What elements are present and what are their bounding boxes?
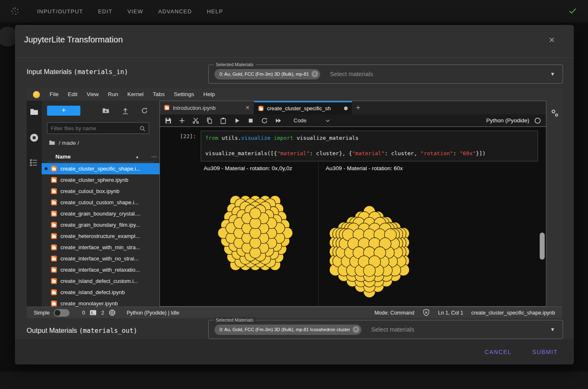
settings-gears-button[interactable] [550, 108, 560, 118]
file-name: create_grain_boundary_crystal.... [60, 211, 141, 217]
notebook-content: [22]: from utils.visualize import visual… [160, 127, 546, 306]
file-row[interactable]: create_cluster_sphere.ipynb [42, 174, 159, 186]
sidebar-tab-toc[interactable] [30, 158, 39, 167]
app-menu-edit[interactable]: EDIT [92, 5, 117, 18]
output-materials-select[interactable]: Selected Materials 0: Au, Gold, FCC (Fm-… [208, 320, 563, 339]
tab-create-cluster[interactable]: create_cluster_specific_sh [254, 101, 352, 114]
restart-kernel-button[interactable] [261, 117, 268, 124]
file-list-header[interactable]: Name ▲ ⋯ [47, 151, 154, 162]
notebook-icon [51, 300, 57, 307]
menu-item-run[interactable]: Run [103, 88, 123, 101]
file-row[interactable]: create_heterostructure_exampl... [42, 230, 159, 242]
code-token: visualize_materials [293, 135, 359, 141]
cluster-visualization-60x [319, 173, 538, 302]
approve-check-icon[interactable] [568, 6, 577, 15]
insert-cell-button[interactable] [179, 117, 185, 124]
shield-icon[interactable] [422, 309, 430, 317]
sidebar-tab-running[interactable] [30, 133, 39, 142]
simple-mode-control: Simple [34, 309, 70, 317]
stop-button[interactable] [247, 117, 254, 124]
kernel-chip-icon [109, 309, 116, 316]
file-name: create_cluster_specific_shape.i... [60, 166, 140, 172]
new-launcher-button[interactable]: + [47, 106, 80, 116]
toggle-knob [55, 310, 60, 316]
cursor-position[interactable]: Ln 1, Col 1 [438, 310, 463, 316]
code-token: visualize_materials([{ [205, 150, 277, 156]
file-row[interactable]: create_grain_boundary_film.ipy... [42, 219, 159, 230]
notebook-icon [51, 177, 57, 183]
app-menu-help[interactable]: HELP [202, 5, 229, 18]
menu-item-settings[interactable]: Settings [169, 88, 199, 101]
submit-button[interactable]: SUBMIT [529, 345, 561, 359]
app-menu-view[interactable]: VIEW [122, 5, 149, 18]
menu-item-kernel[interactable]: Kernel [123, 88, 148, 101]
file-row[interactable]: create_monolayer.ipynb [42, 298, 159, 307]
notebook-icon [258, 106, 264, 111]
notebook-toolbar: Code Python (Pyodide) [160, 114, 546, 127]
chip-remove-icon[interactable]: × [311, 71, 318, 77]
code-cell[interactable]: from utils.visualize import visualize_ma… [201, 131, 538, 161]
file-row[interactable]: create_cutout_box.ipynb [42, 186, 159, 197]
menu-item-file[interactable]: File [45, 88, 63, 101]
notebook-icon [51, 233, 57, 239]
dialog-close-button[interactable]: × [546, 34, 558, 47]
breadcrumb[interactable]: / made / [49, 138, 79, 147]
chip-remove-icon[interactable]: × [353, 326, 359, 333]
menu-item-view[interactable]: View [82, 88, 103, 101]
file-row[interactable]: create_interface_with_relaxatio... [42, 264, 159, 275]
jupyter-menus: FileEditViewRunKernelTabsSettingsHelp [45, 88, 219, 101]
name-header-label: Name [55, 154, 71, 160]
app-menu-input-output[interactable]: INPUT/OUTPUT [32, 5, 88, 18]
sidebar-tab-strip [27, 101, 42, 307]
kernel-selector[interactable]: Python (Pyodide) [486, 117, 541, 124]
file-row[interactable]: create_island_defect_custom.i... [42, 275, 159, 287]
save-button[interactable] [165, 117, 172, 124]
sessions-indicator[interactable]: 0 $_ 2 [82, 309, 116, 316]
scrollbar-thumb[interactable] [540, 233, 545, 260]
atom [250, 208, 261, 219]
menu-item-help[interactable]: Help [199, 88, 219, 101]
filter-files-input[interactable] [47, 123, 135, 134]
material-chip[interactable]: 0: Au, Gold, FCC (Fm-3m) 3D (Bulk), mp-8… [214, 325, 361, 335]
simple-mode-label: Simple [34, 310, 50, 316]
paste-button[interactable] [220, 117, 227, 124]
output-title: Au309 - Material - rotation: 0x,0y,0z [204, 165, 292, 171]
cut-button[interactable] [192, 117, 199, 124]
copy-button[interactable] [206, 117, 213, 124]
material-chip[interactable]: 0: Au, Gold, FCC (Fm-3m) 3D (Bulk), mp-8… [214, 69, 320, 79]
dropdown-arrow-icon: ▼ [550, 71, 555, 77]
file-row[interactable]: create_interface_with_min_stra... [42, 242, 159, 253]
simple-mode-toggle[interactable] [54, 309, 70, 317]
file-row[interactable]: create_cluster_specific_shape.i... [42, 163, 159, 174]
refresh-button[interactable] [141, 107, 148, 114]
input-materials-select[interactable]: Selected Materials 0: Au, Gold, FCC (Fm-… [208, 64, 563, 84]
new-folder-button[interactable] [102, 107, 110, 114]
header-menu-icon[interactable]: ⋯ [151, 154, 157, 160]
run-all-button[interactable] [275, 117, 282, 124]
menu-item-edit[interactable]: Edit [63, 88, 82, 101]
file-name: create_island_defect.ipynb [60, 289, 125, 295]
tab-close-icon[interactable]: × [246, 104, 249, 111]
notebook-icon [51, 289, 57, 295]
app-menu-bar: INPUT/OUTPUTEDITVIEWADVANCEDHELP [32, 5, 229, 18]
tab-introduction[interactable]: Introduction.ipynb × [160, 101, 254, 114]
app-menu-advanced[interactable]: ADVANCED [153, 5, 197, 18]
run-button[interactable] [234, 117, 240, 124]
cell-type-dropdown[interactable]: Code [294, 117, 331, 124]
breadcrumb-path: / made / [59, 140, 79, 146]
kernel-state[interactable]: Python (Pyodide) | Idle [127, 310, 179, 316]
file-name: create_cluster_sphere.ipynb [60, 177, 128, 183]
filter-input-wrapper [47, 122, 149, 134]
file-row[interactable]: create_grain_boundary_crystal.... [42, 208, 159, 219]
sidebar-tab-files[interactable] [30, 107, 39, 116]
file-row[interactable]: create_cutout_custom_shape.i... [42, 197, 159, 208]
menu-item-tabs[interactable]: Tabs [148, 88, 169, 101]
kernels-count: 2 [101, 310, 104, 316]
upload-button[interactable] [122, 107, 129, 114]
file-row[interactable]: create_interface_with_no_strai... [42, 253, 159, 264]
new-tab-button[interactable]: + [352, 101, 364, 114]
file-row[interactable]: create_island_defect.ipynb [42, 287, 159, 298]
file-browser: + [42, 101, 159, 307]
cancel-button[interactable]: CANCEL [481, 345, 515, 359]
app-logo-icon[interactable] [10, 6, 20, 16]
